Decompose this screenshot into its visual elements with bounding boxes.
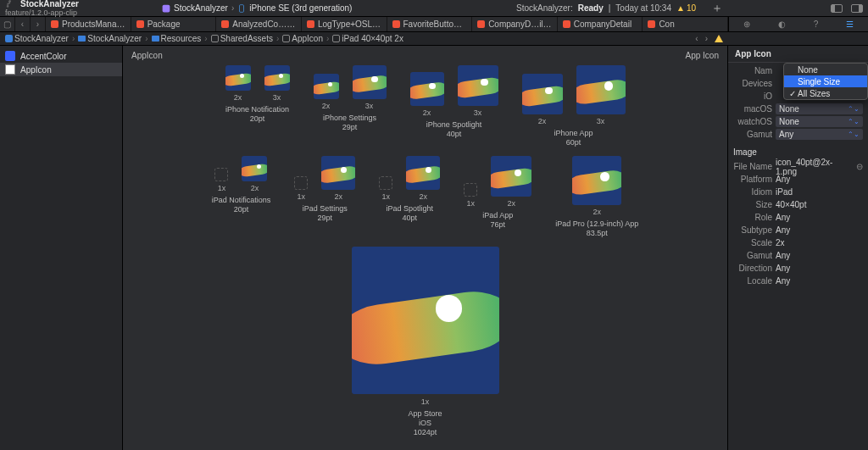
inspector-row: watchOSNone⌃⌄ xyxy=(733,115,863,128)
icon-thumbnail[interactable] xyxy=(406,156,440,190)
asset-list: AccentColor AppIcon xyxy=(0,46,123,450)
toggle-navigator-button[interactable]: ▢ xyxy=(0,17,15,31)
editor-tab[interactable]: AnalyzedCo…niesCounter xyxy=(216,17,302,31)
icon-thumbnail[interactable] xyxy=(225,65,251,91)
dropdown-item[interactable]: None xyxy=(784,64,867,75)
toggle-right-panel-icon[interactable] xyxy=(851,4,863,13)
icon-slot[interactable]: 2x xyxy=(242,156,267,192)
icon-slot[interactable]: 2x xyxy=(410,72,444,117)
tab-label: AnalyzedCo…niesCounter xyxy=(232,19,296,29)
editor-tab[interactable]: Con xyxy=(643,17,728,31)
inspector-select[interactable]: Any⌃⌄ xyxy=(776,129,863,140)
icon-slot[interactable]: 3x xyxy=(458,65,498,117)
help-icon[interactable]: ? xyxy=(814,19,819,29)
icon-slot[interactable]: 2x xyxy=(572,156,621,216)
icon-thumbnail[interactable] xyxy=(321,156,355,190)
inspector-select[interactable]: None⌃⌄ xyxy=(776,116,863,127)
icon-slot[interactable]: 3x xyxy=(576,65,626,125)
image-field-row: GamutAny xyxy=(733,249,863,262)
image-field-row: PlatformAny xyxy=(733,173,863,186)
icon-thumbnail[interactable] xyxy=(314,74,339,99)
dropdown-item[interactable]: Single Size xyxy=(784,75,867,87)
tab-label: CompanyDetail xyxy=(574,19,632,29)
icon-thumbnail[interactable] xyxy=(458,65,498,106)
color-swatch-icon xyxy=(5,51,15,61)
icon-thumbnail[interactable] xyxy=(410,72,444,106)
icon-thumbnail[interactable] xyxy=(464,183,477,197)
scale-label: 3x xyxy=(474,108,482,117)
icon-slot[interactable]: 1x xyxy=(464,183,477,208)
scheme-selector[interactable]: StockAnalyzer › iPhone SE (3rd generatio… xyxy=(162,3,352,13)
crumb-back-icon[interactable]: ‹ xyxy=(695,34,698,43)
new-file-icon[interactable]: ⊕ xyxy=(743,19,750,29)
asset-appicon[interactable]: AppIcon xyxy=(0,63,122,76)
crumb-slot[interactable]: iPad 40×40pt 2x xyxy=(331,34,405,43)
icon-thumbnail[interactable] xyxy=(294,176,308,190)
nav-forward-button[interactable]: › xyxy=(31,17,46,31)
warning-icon: ▲ xyxy=(676,3,685,13)
icon-thumbnail[interactable] xyxy=(264,65,290,91)
add-button[interactable]: ＋ xyxy=(711,1,723,16)
icon-thumbnail[interactable] xyxy=(572,156,621,205)
icon-thumbnail[interactable] xyxy=(522,74,563,114)
icon-slot[interactable]: 2x xyxy=(491,156,531,208)
icon-slot[interactable]: 1x xyxy=(379,176,392,201)
icon-thumbnail[interactable] xyxy=(379,176,392,190)
icon-thumbnail[interactable] xyxy=(214,168,228,181)
icon-thumbnail[interactable] xyxy=(491,156,531,197)
warning-icon[interactable] xyxy=(715,35,723,42)
icon-slot[interactable]: 1x xyxy=(294,176,308,201)
icon-slot[interactable]: 3x xyxy=(264,65,290,102)
dropdown-item[interactable]: ✓All Sizes xyxy=(784,87,867,99)
crumb-asset[interactable]: AppIcon xyxy=(281,34,325,43)
icon-slot[interactable]: 2x xyxy=(321,156,355,201)
editor-tab[interactable]: FavoriteButtonView xyxy=(387,17,473,31)
editor-tabs: ▢ ‹ › ProductsManagerPackageAnalyzedCo…n… xyxy=(0,17,868,32)
slot-group-label: iPad Settings29pt xyxy=(303,204,348,223)
image-field-value: Any xyxy=(776,213,863,222)
asset-accentcolor[interactable]: AccentColor xyxy=(0,49,122,63)
image-filename: icon_40pt@2x-1.png xyxy=(776,158,853,176)
crumb-catalog[interactable]: SharedAssets xyxy=(209,34,275,43)
icon-slot[interactable]: 3x xyxy=(353,65,387,110)
inspector-select[interactable]: None⌃⌄ xyxy=(776,103,863,114)
icon-slot[interactable]: 2x xyxy=(225,65,251,102)
branch-name: feature/1.2.0-app-clip xyxy=(5,8,153,17)
devices-dropdown-menu[interactable]: NoneSingle Size✓All Sizes xyxy=(783,63,868,100)
tab-label: ProductsManager xyxy=(62,19,125,29)
scale-label: 2x xyxy=(423,108,431,117)
scale-label: 3x xyxy=(365,102,374,110)
inspector-tab-icon[interactable]: ☰ xyxy=(846,19,854,29)
scale-label: 2x xyxy=(593,208,602,216)
crumb-folder[interactable]: StockAnalyzer xyxy=(76,34,143,43)
editor-tab[interactable]: CompanyDetail xyxy=(558,17,643,31)
toggle-left-panel-icon[interactable] xyxy=(831,4,843,13)
folder-icon xyxy=(152,36,159,42)
tab-label: FavoriteButtonView xyxy=(403,19,467,29)
editor-tab[interactable]: LogType+OSLog xyxy=(302,17,387,31)
icon-thumbnail[interactable] xyxy=(576,65,626,114)
icon-slot[interactable]: 2x xyxy=(406,156,440,201)
nav-back-button[interactable]: ‹ xyxy=(15,17,31,31)
warning-badge[interactable]: ▲10 xyxy=(676,3,696,13)
clear-filename-icon[interactable]: ⊖ xyxy=(856,162,863,171)
crumb-project[interactable]: StockAnalyzer xyxy=(3,34,70,43)
icon-slot[interactable]: 2x xyxy=(522,74,563,125)
crumb-folder[interactable]: Resources xyxy=(150,34,203,43)
icon-thumbnail[interactable] xyxy=(353,65,387,99)
history-icon[interactable]: ◐ xyxy=(778,19,786,29)
crumb-fwd-icon[interactable]: › xyxy=(705,34,708,43)
editor-tab[interactable]: ProductsManager xyxy=(46,17,131,31)
tab-label: CompanyD…ilViewModel xyxy=(488,19,552,29)
editor-tab[interactable]: CompanyD…ilViewModel xyxy=(472,17,558,31)
appstore-icon-slot[interactable] xyxy=(352,247,499,394)
icon-slot[interactable]: 2x xyxy=(314,74,339,110)
icon-slot[interactable]: 1x xyxy=(214,168,228,192)
asset-kind-label[interactable]: App Icon xyxy=(686,51,719,60)
image-field-row: DirectionAny xyxy=(733,262,863,275)
slot-group-label: App Store iOS 1024pt xyxy=(408,409,442,437)
editor-tab[interactable]: Package xyxy=(131,17,217,31)
image-field-row: IdiomiPad xyxy=(733,186,863,198)
icon-thumbnail[interactable] xyxy=(242,156,267,181)
project-name: StockAnalyzer xyxy=(20,0,79,8)
